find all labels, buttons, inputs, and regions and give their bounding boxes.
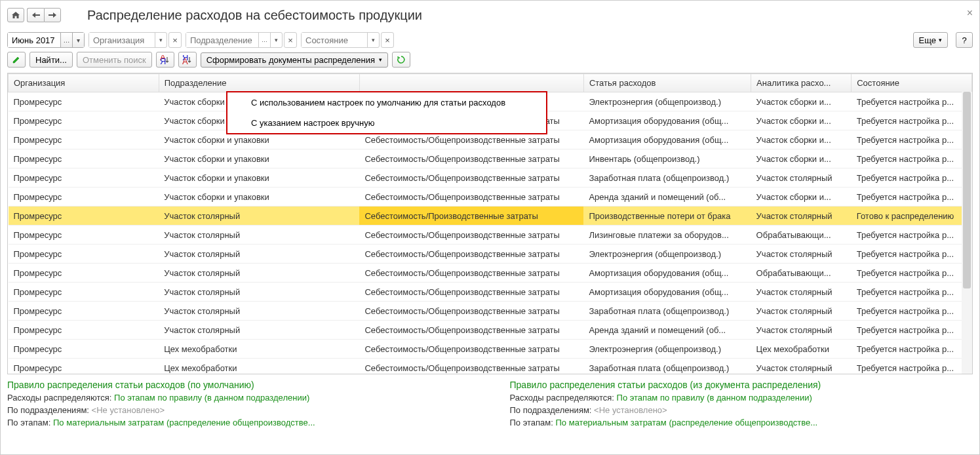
dep-filter[interactable]: … ▾ [186, 32, 283, 48]
dep-clear-button[interactable]: × [284, 32, 297, 48]
footer-dep-value[interactable]: <Не установлено> [92, 405, 165, 415]
close-icon[interactable]: × [967, 7, 973, 19]
scroll-thumb[interactable] [963, 92, 971, 288]
footer-link-materials-r[interactable]: По материальным затратам (распределение … [556, 418, 818, 427]
org-dropdown-icon[interactable]: ▾ [155, 33, 167, 47]
table-row[interactable]: ПромресурсУчасток столярныйСебестоимость… [9, 283, 972, 302]
footer-link-stages-r[interactable]: По этапам по правилу (в данном подраздел… [617, 393, 812, 403]
dep-input[interactable] [186, 33, 258, 47]
table-row[interactable]: ПромресурсУчасток столярныйСебестоимость… [9, 321, 972, 340]
dep-dropdown-icon[interactable]: ▾ [270, 33, 282, 47]
cell-dep: Участок столярный [159, 207, 359, 226]
refresh-button[interactable] [392, 52, 410, 68]
cell-dep: Участок сборки и упаковки [159, 188, 359, 207]
table-row[interactable]: ПромресурсУчасток сборки и упаковкиСебес… [9, 168, 972, 188]
col-analytics[interactable]: Аналитика расхо... [751, 74, 852, 92]
cell-state: Требуется настройка р... [852, 245, 972, 264]
cell-org: Промресурс [9, 207, 159, 226]
more-button[interactable]: Еще ▾ [913, 32, 948, 48]
state-filter[interactable]: ▾ [301, 32, 380, 48]
cell-dep: Участок столярный [159, 245, 359, 264]
cell-article: Аренда зданий и помещений (об... [583, 188, 751, 207]
cell-org: Промресурс [9, 283, 159, 302]
col-dep[interactable]: Подразделение [159, 74, 359, 92]
svg-text:Я: Я [160, 56, 166, 64]
footer-dep-value-r[interactable]: <Не установлено> [594, 405, 667, 415]
footer-right: Правило распределения статьи расходов (и… [510, 380, 973, 430]
back-button[interactable] [27, 8, 44, 22]
state-dropdown-icon[interactable]: ▾ [367, 33, 379, 47]
col-org[interactable]: Организация [9, 74, 159, 92]
table-row[interactable]: ПромресурсУчасток сборки и упаковкиСебес… [9, 188, 972, 207]
period-field[interactable]: … ▾ [7, 32, 85, 48]
footer-link-materials[interactable]: По материальным затратам (распределение … [53, 418, 315, 427]
page-title: Распределение расходов на себестоимость … [87, 8, 422, 23]
org-clear-button[interactable]: × [168, 32, 182, 48]
cell-analytics: Участок сборки и... [751, 149, 852, 168]
cell-state: Требуется настройка р... [852, 111, 972, 130]
state-clear-button[interactable]: × [381, 32, 394, 48]
sort-desc-button[interactable]: ЯА [178, 52, 197, 68]
table-row[interactable]: ПромресурсУчасток столярныйСебестоимость… [9, 264, 972, 283]
cell-org: Промресурс [9, 264, 159, 283]
table-row[interactable]: ПромресурсУчасток столярныйСебестоимость… [9, 207, 972, 226]
forward-button[interactable] [44, 8, 61, 22]
cell-state: Требуется настройка р... [852, 149, 972, 168]
state-input[interactable] [302, 33, 367, 47]
sort-asc-button[interactable]: АЯ [156, 52, 174, 68]
cell-org: Промресурс [9, 111, 159, 130]
cell-group: Себестоимость/Общепроизводственные затра… [359, 321, 583, 340]
period-dropdown-icon[interactable]: ▾ [72, 33, 84, 47]
footer-link-stages[interactable]: По этапам по правилу (в данном подраздел… [114, 393, 309, 403]
cell-article: Лизинговые платежи за оборудов... [583, 226, 751, 245]
footer-left-title[interactable]: Правило распределения статьи расходов (п… [7, 380, 471, 390]
col-group[interactable] [359, 74, 583, 92]
cell-org: Промресурс [9, 321, 159, 340]
col-state[interactable]: Состояние [852, 74, 972, 92]
period-input[interactable] [8, 33, 60, 47]
org-filter[interactable]: ▾ [88, 32, 167, 48]
cell-analytics: Участок столярный [751, 283, 852, 302]
cell-state: Готово к распределению [852, 207, 972, 226]
cell-group: Себестоимость/Производственные затраты [359, 207, 583, 226]
cell-analytics: Участок столярный [751, 321, 852, 340]
period-select-icon[interactable]: … [60, 33, 72, 47]
cell-analytics: Участок сборки и... [751, 188, 852, 207]
cell-org: Промресурс [9, 245, 159, 264]
table-row[interactable]: ПромресурсУчасток столярныйСебестоимость… [9, 226, 972, 245]
cell-analytics: Участок столярный [751, 359, 852, 375]
cell-org: Промресурс [9, 226, 159, 245]
find-button[interactable]: Найти... [29, 52, 73, 68]
dropdown-item-default[interactable]: С использованием настроек по умолчанию д… [227, 92, 546, 113]
home-button[interactable] [7, 8, 24, 22]
cell-state: Требуется настройка р... [852, 130, 972, 149]
footer-right-title[interactable]: Правило распределения статьи расходов (и… [510, 380, 973, 390]
table-row[interactable]: ПромресурсЦех мехобработкиСебестоимость/… [9, 340, 972, 359]
cell-org: Промресурс [9, 149, 159, 168]
table-row[interactable]: ПромресурсЦех мехобработкиСебестоимость/… [9, 359, 972, 375]
table-row[interactable]: ПромресурсУчасток столярныйСебестоимость… [9, 302, 972, 321]
cell-article: Аренда зданий и помещений (об... [583, 321, 751, 340]
cell-analytics: Участок столярный [751, 302, 852, 321]
cell-dep: Участок столярный [159, 283, 359, 302]
col-article[interactable]: Статья расходов [583, 74, 751, 92]
cell-article: Амортизация оборудования (общ... [583, 111, 751, 130]
cell-group: Себестоимость/Общепроизводственные затра… [359, 149, 583, 168]
dep-select-icon[interactable]: … [258, 33, 270, 47]
cell-group: Себестоимость/Общепроизводственные затра… [359, 302, 583, 321]
cell-analytics: Обрабатывающи... [751, 226, 852, 245]
cell-state: Требуется настройка р... [852, 264, 972, 283]
cell-state: Требуется настройка р... [852, 92, 972, 111]
edit-button[interactable] [7, 52, 26, 68]
cell-analytics: Участок сборки и... [751, 130, 852, 149]
table-row[interactable]: ПромресурсУчасток сборки и упаковкиСебес… [9, 149, 972, 168]
vertical-scrollbar[interactable] [962, 92, 972, 374]
dropdown-item-manual[interactable]: С указанием настроек вручную [227, 113, 546, 133]
org-input[interactable] [89, 33, 155, 47]
cancel-search-button[interactable]: Отменить поиск [77, 52, 152, 68]
cell-dep: Участок столярный [159, 302, 359, 321]
help-button[interactable]: ? [956, 32, 973, 48]
cell-article: Амортизация оборудования (общ... [583, 130, 751, 149]
table-row[interactable]: ПромресурсУчасток столярныйСебестоимость… [9, 245, 972, 264]
generate-documents-button[interactable]: Сформировать документы распределения ▾ [201, 52, 388, 68]
